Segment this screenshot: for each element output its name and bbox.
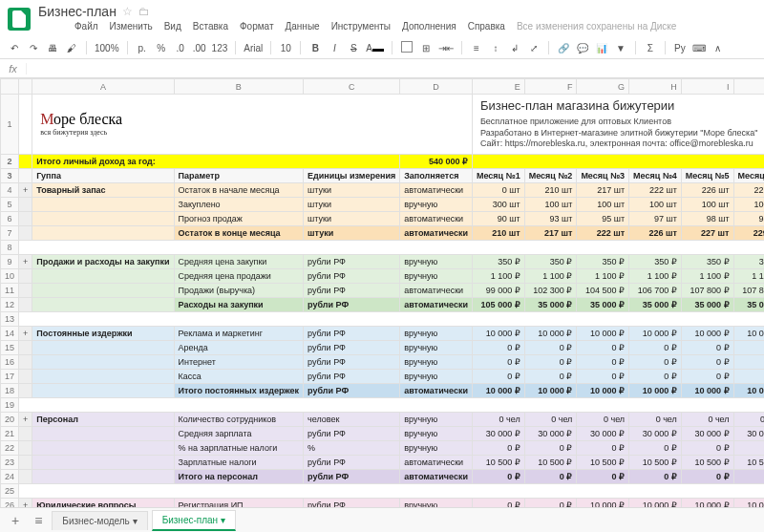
menu-help[interactable]: Справка [468,21,505,32]
menu-data[interactable]: Данные [286,21,320,32]
font-size[interactable]: 10 [279,43,292,53]
format-percent[interactable]: % [155,43,168,53]
functions-icon[interactable]: Σ [644,43,657,53]
wrap-icon[interactable]: ↲ [508,43,521,53]
sheets-app-icon[interactable] [8,8,31,31]
link-icon[interactable]: 🔗 [557,43,570,53]
print-icon[interactable]: 🖶 [46,43,59,53]
menu-file[interactable]: Файл [74,21,98,32]
rotate-icon[interactable]: ⤢ [527,43,541,53]
halign-icon[interactable]: ≡ [470,43,483,53]
menu-format[interactable]: Формат [240,21,274,32]
increase-decimal[interactable]: .00 [193,43,206,53]
strikethrough-button[interactable]: S [347,43,360,53]
bold-button[interactable]: B [308,43,322,53]
move-folder-icon[interactable]: 🗀 [138,5,150,18]
document-title[interactable]: Бизнес-план [38,4,117,19]
borders-icon[interactable]: ⊞ [419,43,433,53]
more-formats[interactable]: 123 [212,43,228,53]
spreadsheet-grid[interactable]: ABCD EFGHIJKLM 1Море блескався бижутерия… [0,78,764,518]
filter-icon[interactable]: ▼ [614,43,627,53]
chart-icon[interactable]: 📊 [595,43,608,53]
menu-view[interactable]: Вид [164,21,181,32]
save-status: Все изменения сохранены на Диске [517,21,677,32]
tab-business-plan[interactable]: Бизнес-план ▾ [152,510,236,531]
menu-bar: Файл Изменить Вид Вставка Формат Данные … [38,19,712,33]
format-currency[interactable]: р. [136,43,149,53]
toolbar: ↶ ↷ 🖶 🖌 100% р. % .0 .00 123 Arial 10 B … [0,37,764,59]
undo-icon[interactable]: ↶ [8,43,21,53]
paint-format-icon[interactable]: 🖌 [65,43,78,53]
decrease-decimal[interactable]: .0 [174,43,187,53]
comment-icon[interactable]: 💬 [576,43,589,53]
all-sheets-button[interactable]: ≡ [29,513,48,528]
star-icon[interactable]: ☆ [122,5,133,18]
fx-label: fx [0,63,27,74]
zoom-select[interactable]: 100% [95,43,119,53]
add-sheet-button[interactable]: + [6,513,25,528]
menu-addons[interactable]: Дополнения [402,21,456,32]
expand-toolbar-icon[interactable]: ∧ [711,43,725,53]
valign-icon[interactable]: ↕ [489,43,502,53]
italic-button[interactable]: I [328,43,341,53]
merge-icon[interactable]: ⇥⇤ [438,43,454,53]
text-color-icon[interactable]: A [366,43,384,53]
fill-color-icon[interactable] [400,41,414,54]
menu-insert[interactable]: Вставка [193,21,228,32]
tab-business-model[interactable]: Бизнес-модель ▾ [52,511,147,530]
input-lang[interactable]: Ру [673,43,687,53]
sheet-tabs-bar: + ≡ Бизнес-модель ▾ Бизнес-план ▾ [0,507,764,532]
formula-bar: fx [0,59,764,78]
menu-edit[interactable]: Изменить [110,21,153,32]
menu-tools[interactable]: Инструменты [331,21,391,32]
keyboard-icon[interactable]: ⌨ [692,43,706,53]
redo-icon[interactable]: ↷ [27,43,40,53]
font-select[interactable]: Arial [244,43,263,53]
